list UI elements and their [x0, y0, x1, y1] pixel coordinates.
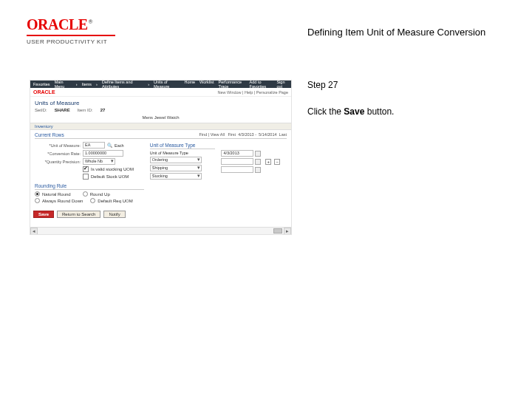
- return-button[interactable]: Return to Search: [57, 211, 100, 218]
- chk-default-stock-label: Default Stock UOM: [91, 174, 129, 179]
- nav-item[interactable]: Main Menu: [55, 80, 72, 89]
- nav-item[interactable]: Favorites: [33, 82, 50, 86]
- nav-item[interactable]: Define Items and Attributes: [102, 80, 143, 89]
- remove-row-icon[interactable]: −: [274, 159, 280, 165]
- app-oracle-logo: ORACLE: [33, 89, 55, 95]
- instruction-text: Click the Save button.: [307, 106, 505, 117]
- uom-type-header: Unit of Measure Type: [150, 142, 216, 149]
- group-current-rows: Current Rows Find | View All First 4/3/2…: [35, 132, 287, 139]
- logo-underline: [27, 35, 115, 36]
- lookup-icon[interactable]: 🔍: [107, 143, 112, 148]
- sel-ordering[interactable]: Ordering: [150, 157, 202, 163]
- app-logo-row: ORACLE New Window | Help | Personalize P…: [30, 88, 291, 97]
- logo-text: ORACLE: [27, 16, 88, 33]
- itemid-value: 27: [100, 108, 106, 112]
- conv-label: *Conversion Rate:: [35, 151, 81, 156]
- add-row-icon[interactable]: +: [265, 159, 271, 165]
- scroll-left-icon[interactable]: ◂: [30, 228, 38, 235]
- setid-label: SetID:: [35, 108, 47, 112]
- oracle-logo: ORACLE®: [27, 16, 115, 33]
- page-title: Defining Item Unit of Measure Conversion: [307, 27, 485, 38]
- itemid-label: Item ID:: [78, 108, 93, 112]
- setid-value: SHARE: [55, 108, 70, 112]
- calendar-icon[interactable]: [255, 151, 261, 157]
- logo-tm: ®: [89, 18, 92, 25]
- nav-link[interactable]: Add to Favorites: [250, 80, 273, 89]
- app-form-section: *Unit of Measure: EA 🔍 Each *Conversion …: [30, 139, 291, 206]
- sel-stocking[interactable]: Stocking: [150, 173, 202, 180]
- horizontal-scrollbar[interactable]: ◂ ▸: [30, 227, 291, 234]
- qty-label: *Quantity Precision:: [35, 160, 81, 164]
- app-centerhdr: Mens Jewel Watch: [30, 115, 291, 120]
- date-input[interactable]: [221, 158, 253, 165]
- uom-hint: Each: [115, 143, 124, 148]
- calendar-icon[interactable]: [255, 167, 261, 173]
- uom-input[interactable]: EA: [83, 142, 105, 149]
- chk-stocking-uom[interactable]: [83, 166, 89, 172]
- radio-natural[interactable]: [35, 191, 40, 197]
- save-button[interactable]: Save: [33, 211, 54, 218]
- logo-subtitle: USER PRODUCTIVITY KIT: [27, 38, 115, 45]
- conv-input[interactable]: 1.00000000: [83, 150, 123, 157]
- app-screenshot: Favorites Main Menu › Items › Define Ite…: [30, 80, 292, 235]
- nav-item[interactable]: Units of Measure: [154, 80, 180, 89]
- nav-link[interactable]: Home: [184, 80, 195, 89]
- app-crumb[interactable]: New Window | Help | Personalize Page: [218, 90, 289, 95]
- app-tab[interactable]: Inventory: [30, 123, 291, 130]
- date-input[interactable]: 4/3/2013: [221, 150, 253, 157]
- radio-roundup[interactable]: [83, 191, 88, 197]
- uom-label: *Unit of Measure:: [35, 143, 81, 148]
- nav-link[interactable]: Worklist: [200, 80, 214, 89]
- chk-stocking-uom-label: Is valid stocking UOM: [91, 167, 134, 171]
- app-navbar: Favorites Main Menu › Items › Define Ite…: [30, 81, 291, 88]
- notify-button[interactable]: Notify: [103, 211, 125, 218]
- chk-default-stock[interactable]: [83, 174, 89, 180]
- button-row: Save Return to Search Notify: [30, 206, 291, 222]
- scroll-right-icon[interactable]: ▸: [284, 228, 291, 235]
- calendar-icon[interactable]: [255, 159, 261, 165]
- instruction-panel: Step 27 Click the Save button.: [307, 80, 505, 117]
- group-rounding: Rounding Rule: [35, 183, 144, 190]
- app-heading: Units of Measure: [30, 97, 291, 108]
- nav-link[interactable]: Sign out: [276, 80, 288, 89]
- radio-rounddown[interactable]: [35, 198, 40, 203]
- app-subrow: SetID: SHARE Item ID: 27: [30, 108, 291, 114]
- qty-select[interactable]: Whole Nb: [83, 158, 115, 165]
- date-input[interactable]: [221, 166, 253, 173]
- step-label: Step 27: [307, 80, 505, 90]
- scroll-thumb[interactable]: [273, 228, 282, 233]
- header: ORACLE® USER PRODUCTIVITY KIT: [27, 16, 115, 45]
- nav-link[interactable]: Performance Trace: [219, 80, 245, 89]
- nav-item[interactable]: Items: [82, 82, 92, 86]
- radio-defaultreq[interactable]: [90, 198, 95, 203]
- sel-shipping[interactable]: Shipping: [150, 165, 202, 171]
